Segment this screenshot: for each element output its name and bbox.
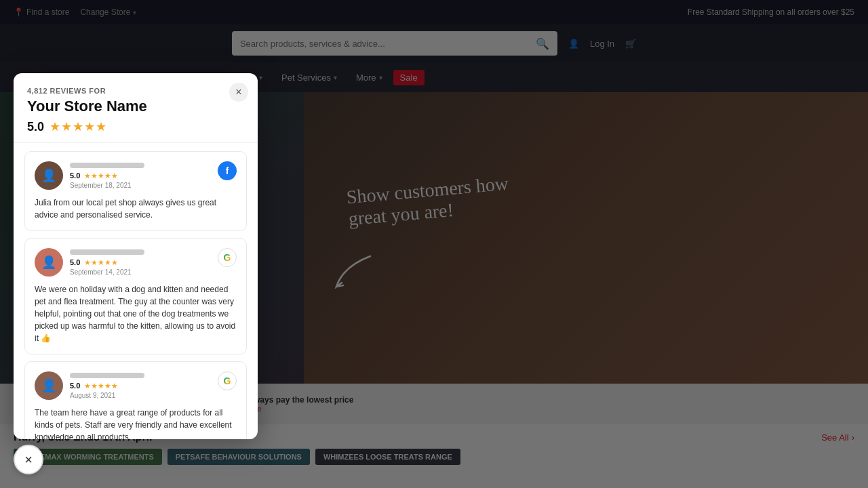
review-card: 👤 5.0 ★★★★★ September 18, 2021 f Juli: [24, 151, 247, 231]
google-icon: G: [218, 248, 237, 267]
rating-row: 5.0 ★★★★★: [27, 119, 244, 134]
store-name: Your Store Name: [27, 98, 244, 115]
overall-stars: ★★★★★: [50, 119, 107, 134]
review-stars: ★★★★★: [84, 382, 118, 390]
avatar: 👤: [35, 161, 63, 190]
google-icon: G: [218, 371, 237, 390]
review-text: We were on holiday with a dog and kitten…: [35, 283, 237, 344]
overall-rating: 5.0: [27, 120, 44, 134]
reviews-modal: 4,812 REVIEWS FOR Your Store Name 5.0 ★★…: [14, 73, 258, 439]
review-card: 👤 5.0 ★★★★★ August 9, 2021 G The team: [24, 361, 247, 439]
review-card: 👤 5.0 ★★★★★ September 14, 2021 G We w: [24, 238, 247, 354]
reviews-for-label: 4,812 REVIEWS FOR: [27, 87, 244, 95]
review-date: September 14, 2021: [70, 268, 144, 276]
reviewer-meta: 5.0 ★★★★★ September 18, 2021: [70, 163, 144, 189]
avatar: 👤: [35, 248, 63, 277]
review-score: 5.0: [70, 258, 80, 266]
review-text: The team here have a great range of prod…: [35, 407, 237, 439]
modal-header: 4,812 REVIEWS FOR Your Store Name 5.0 ★★…: [14, 73, 258, 143]
review-stars: ★★★★★: [84, 171, 118, 180]
reviewer-name-bar: [70, 373, 144, 378]
reviews-list: 👤 5.0 ★★★★★ September 18, 2021 f Juli: [14, 143, 258, 439]
close-icon: ×: [24, 452, 33, 468]
review-stars: ★★★★★: [84, 258, 118, 267]
modal-close-button[interactable]: ×: [229, 83, 248, 102]
review-date: September 18, 2021: [70, 182, 144, 189]
reviewer-meta: 5.0 ★★★★★ September 14, 2021: [70, 249, 144, 276]
review-date: August 9, 2021: [70, 392, 144, 399]
facebook-icon: f: [218, 161, 237, 180]
avatar: 👤: [35, 371, 63, 400]
reviewer-name-bar: [70, 249, 144, 255]
reviewer-name-bar: [70, 163, 144, 168]
review-score: 5.0: [70, 171, 80, 180]
close-icon: ×: [235, 86, 241, 98]
review-text: Julia from our local pet shop always giv…: [35, 197, 237, 221]
bottom-close-button[interactable]: ×: [14, 445, 43, 474]
reviewer-meta: 5.0 ★★★★★ August 9, 2021: [70, 373, 144, 399]
review-score: 5.0: [70, 382, 80, 390]
